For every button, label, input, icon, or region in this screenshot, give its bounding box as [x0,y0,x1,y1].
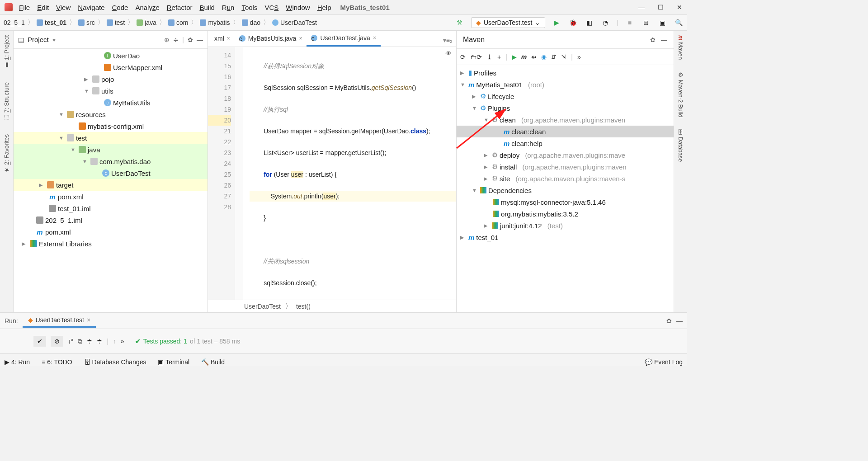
skip-icon[interactable]: ⊘ [51,336,63,347]
expand-icon[interactable]: ▶ [84,76,90,82]
offline-icon[interactable]: ◉ [541,53,547,61]
menu-file[interactable]: File [19,4,30,11]
more-icon[interactable]: » [577,53,581,61]
tree-item-userdao[interactable]: IUserDao [14,50,208,61]
tab-list-icon[interactable]: ▾≡₂ [439,34,456,47]
tree-item-resources[interactable]: ▼resources [14,108,208,120]
close-icon[interactable]: × [87,316,90,324]
tree-item-pkg[interactable]: ▼com.mybatis.dao [14,155,208,167]
tree-item-pom2[interactable]: mpom.xml [14,226,208,238]
expand-icon[interactable]: ▶ [39,182,45,188]
collapse-icon[interactable]: ≑ [97,338,102,345]
maven-tab[interactable]: m Maven [677,35,684,60]
gear-icon[interactable]: ✿ [650,36,656,43]
crumb-7[interactable]: dao [250,19,260,26]
download-icon[interactable]: ⭳ [486,53,493,61]
tree-item-utils[interactable]: ▼utils [14,85,208,97]
menu-tools[interactable]: Tools [241,4,257,11]
debug-icon[interactable]: 🐞 [568,18,578,28]
maven-profiles[interactable]: ▶▮Profiles [457,67,674,79]
tree-item-iml2[interactable]: 202_5_1.iml [14,214,208,226]
maven-dep1[interactable]: mysql:mysql-connector-java:5.1.46 [457,196,674,208]
eye-icon[interactable]: 👁 [445,50,452,57]
build-tool[interactable]: 🔨 Build [201,358,225,366]
crumb-6[interactable]: mybatis [208,19,230,26]
tree-item-target[interactable]: ▶target [14,179,208,191]
maven-dep2[interactable]: org.mybatis:mybatis:3.5.2 [457,208,674,220]
tree-item-java[interactable]: ▼java [14,144,208,155]
favorites-tab[interactable]: ★ 2: Favorites [3,134,10,174]
add-icon[interactable]: + [497,53,501,61]
skip-tests-icon[interactable]: ⇹ [531,53,537,61]
stop-icon[interactable]: ■ [625,18,635,28]
expand-icon[interactable]: ▶ [22,241,28,247]
maven-site[interactable]: ▶⚙site (org.apache.maven.plugins:maven-s [457,173,674,184]
chevron-down-icon[interactable]: ▾ [52,36,56,43]
expand-icon[interactable]: ≑ [87,338,92,345]
crumb-8[interactable]: UserDaoTest [280,19,317,26]
generate-icon[interactable]: 🗀⟳ [470,53,482,61]
crumb-0[interactable]: 02_5_1 [4,19,25,26]
maven-deploy[interactable]: ▶⚙deploy (org.apache.maven.plugins:mave [457,149,674,161]
menu-vcs[interactable]: VCS [264,4,278,11]
menu-analyze[interactable]: Analyze [135,4,159,11]
list-icon[interactable]: ⧉ [78,338,82,345]
close-button[interactable]: ✕ [676,4,683,11]
project-dropdown-icon[interactable]: ▤ [18,36,24,43]
show-deps-icon[interactable]: ⇵ [551,53,557,61]
tree-item-test[interactable]: ▼test [14,132,208,144]
hide-icon[interactable]: — [661,36,667,43]
terminal-tool[interactable]: ▣ Terminal [158,358,189,366]
maximize-button[interactable]: ☐ [657,4,664,11]
menu-build[interactable]: Build [199,4,214,11]
structure-icon[interactable]: ⊞ [641,18,651,28]
close-icon[interactable]: × [373,35,376,41]
check-icon[interactable]: ✔ [33,336,46,347]
tree-item-usermapper[interactable]: UserMapper.xml [14,61,208,73]
search-icon[interactable]: 🔍 [674,18,684,28]
tree-item-mybatisconfig[interactable]: mybatis-config.xml [14,120,208,132]
m-icon[interactable]: m [521,53,527,61]
menu-code[interactable]: Code [112,4,128,11]
menu-run[interactable]: Run [222,4,235,11]
menu-window[interactable]: Window [286,4,310,11]
tree-item-iml1[interactable]: test_01.iml [14,202,208,214]
run-tool[interactable]: ▶ 4: Run [5,358,30,366]
more-icon[interactable]: » [121,338,124,345]
menu-help[interactable]: Help [317,4,331,11]
tab-mybatisutils[interactable]: cMyBatisUtils.java× [235,31,307,47]
collapse-icon[interactable]: ▼ [59,112,65,117]
collapse-icon[interactable]: ≑ [173,36,179,43]
maven-plugins[interactable]: ▼⚙Plugins [457,102,674,114]
gear-icon[interactable]: ✿ [188,36,193,43]
crumb-2[interactable]: src [86,19,95,26]
hide-icon[interactable]: — [197,36,203,43]
tree-item-pom1[interactable]: mpom.xml [14,191,208,202]
structure-tab[interactable]: ⬚ 7: Structure [3,82,10,121]
maven-clean-help[interactable]: mclean:help [457,137,674,149]
menu-view[interactable]: View [56,4,71,11]
hide-icon[interactable]: — [676,317,683,325]
tree-item-userdaotest[interactable]: cUserDaoTest [14,167,208,179]
maven-test01[interactable]: ▶mtest_01 [457,231,674,243]
maven-tree[interactable]: ▶▮Profiles ▼mMyBatis_test01 (root) ▶⚙Lif… [457,65,674,312]
tab-xml[interactable]: xml× [210,31,235,47]
collapse-icon[interactable]: ▼ [84,88,90,94]
minimize-button[interactable]: — [638,4,645,11]
collapse-icon[interactable]: ▼ [82,159,89,164]
collapse-icon[interactable]: ▼ [59,135,65,141]
profile-icon[interactable]: ◔ [600,18,610,28]
maven-lifecycle[interactable]: ▶⚙Lifecycle [457,90,674,102]
locate-icon[interactable]: ⊕ [164,36,170,43]
run-icon[interactable]: ▶ [552,18,561,28]
reload-icon[interactable]: ⟳ [460,53,466,61]
tab-userdaotest[interactable]: cUserDaoTest.java× [307,31,381,47]
run-maven-icon[interactable]: ▶ [512,53,517,61]
menu-edit[interactable]: Edit [37,4,49,11]
maven-install[interactable]: ▶⚙install (org.apache.maven.plugins:mave… [457,161,674,173]
crumb-5[interactable]: com [176,19,188,26]
crumb-4[interactable]: java [145,19,156,26]
project-tab[interactable]: ▮ 1: Project [3,35,10,69]
maven-clean-clean[interactable]: mclean:clean [457,126,674,137]
tree-item-extlib[interactable]: ▶External Libraries [14,238,208,249]
